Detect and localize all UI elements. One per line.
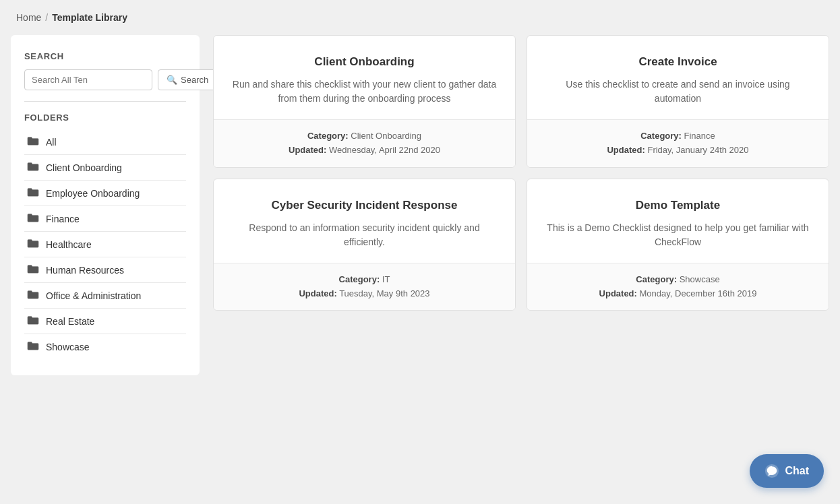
category-label: Category:: [307, 131, 349, 141]
category-label: Category:: [339, 274, 380, 284]
folder-label: Employee Onboarding: [46, 188, 140, 199]
folder-item-healthcare[interactable]: Healthcare: [24, 232, 186, 257]
folder-label: Client Onboarding: [46, 162, 122, 173]
folders-list: All Client Onboarding Employee Onboardin…: [24, 129, 186, 359]
folder-icon: [27, 289, 39, 302]
folder-icon: [27, 263, 39, 276]
card-description: This is a Demo Checklist designed to hel…: [543, 221, 812, 249]
folder-icon: [27, 238, 39, 251]
folder-label: Real Estate: [46, 316, 94, 327]
card-title: Cyber Security Incident Response: [230, 198, 499, 213]
breadcrumb-separator: /: [45, 12, 48, 23]
updated-label: Updated:: [299, 288, 336, 298]
folder-icon: [27, 135, 39, 148]
folder-item-all[interactable]: All: [24, 129, 186, 155]
search-button-label: Search: [181, 75, 208, 85]
chat-button-label: Chat: [785, 465, 809, 477]
folder-icon: [27, 187, 39, 199]
folder-item-finance[interactable]: Finance: [24, 206, 186, 232]
search-row: 🔍 Search: [24, 69, 186, 90]
sidebar-divider: [24, 101, 186, 102]
template-card-demo-template[interactable]: Demo Template This is a Demo Checklist d…: [527, 179, 829, 311]
card-footer: Category: Finance Updated: Friday, Janua…: [527, 119, 829, 167]
card-description: Run and share this checklist with your n…: [230, 77, 499, 106]
card-title: Demo Template: [543, 198, 812, 213]
main-layout: SEARCH 🔍 Search FOLDERS All: [0, 35, 840, 499]
breadcrumb-current: Template Library: [52, 12, 127, 23]
folder-label: Finance: [46, 214, 80, 224]
chat-button[interactable]: Chat: [750, 454, 824, 488]
card-title: Client Onboarding: [230, 55, 499, 69]
card-body: Client Onboarding Run and share this che…: [214, 36, 515, 119]
breadcrumb: Home / Template Library: [0, 0, 840, 35]
folder-item-real-estate[interactable]: Real Estate: [24, 309, 186, 334]
card-body: Demo Template This is a Demo Checklist d…: [527, 179, 829, 263]
template-card-create-invoice[interactable]: Create Invoice Use this checklist to cre…: [527, 35, 829, 168]
card-body: Create Invoice Use this checklist to cre…: [527, 36, 829, 119]
folder-icon: [27, 315, 39, 327]
folder-item-office-admin[interactable]: Office & Administration: [24, 283, 186, 309]
folder-label: Showcase: [46, 342, 90, 352]
template-card-client-onboarding[interactable]: Client Onboarding Run and share this che…: [213, 35, 516, 168]
search-section-label: SEARCH: [24, 51, 186, 61]
templates-grid: Client Onboarding Run and share this che…: [213, 35, 829, 488]
sidebar: SEARCH 🔍 Search FOLDERS All: [11, 35, 200, 375]
category-label: Category:: [636, 274, 677, 284]
search-icon: 🔍: [167, 75, 177, 85]
category-label: Category:: [640, 131, 682, 141]
folder-item-employee-onboarding[interactable]: Employee Onboarding: [24, 181, 186, 206]
folder-label: Office & Administration: [46, 290, 141, 301]
card-title: Create Invoice: [543, 55, 812, 69]
folder-icon: [27, 212, 39, 225]
folder-item-client-onboarding[interactable]: Client Onboarding: [24, 155, 186, 181]
folder-item-human-resources[interactable]: Human Resources: [24, 257, 186, 283]
card-body: Cyber Security Incident Response Respond…: [214, 179, 515, 263]
card-footer: Category: Showcase Updated: Monday, Dece…: [527, 263, 829, 311]
folder-label: All: [46, 137, 57, 148]
template-card-cyber-security[interactable]: Cyber Security Incident Response Respond…: [213, 179, 516, 311]
card-description: Use this checklist to create and send an…: [543, 77, 812, 106]
folder-icon: [27, 161, 39, 174]
chat-icon: [764, 464, 779, 478]
card-description: Respond to an information security incid…: [230, 221, 499, 249]
folder-label: Human Resources: [46, 265, 124, 276]
breadcrumb-home[interactable]: Home: [16, 12, 41, 23]
folder-label: Healthcare: [46, 239, 92, 250]
folder-item-showcase[interactable]: Showcase: [24, 334, 186, 359]
folder-icon: [27, 340, 39, 353]
card-footer: Category: Client Onboarding Updated: Wed…: [214, 119, 515, 167]
updated-label: Updated:: [289, 145, 326, 155]
updated-label: Updated:: [607, 145, 644, 155]
search-input[interactable]: [24, 69, 152, 90]
search-button[interactable]: 🔍 Search: [158, 69, 217, 90]
card-footer: Category: IT Updated: Tuesday, May 9th 2…: [214, 263, 515, 311]
folders-label: FOLDERS: [24, 113, 186, 123]
updated-label: Updated:: [599, 288, 637, 298]
